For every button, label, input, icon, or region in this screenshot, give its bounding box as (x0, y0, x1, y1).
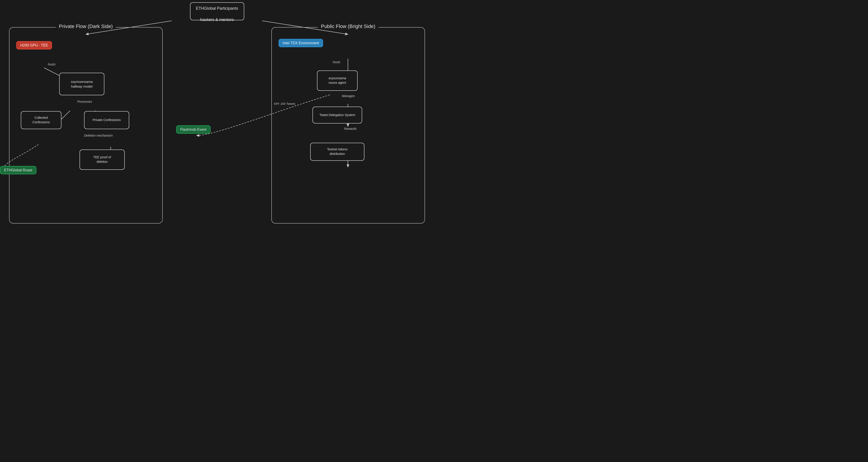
tee-label: TEE proof of deletion (93, 155, 111, 164)
ethglobal-roast-label: ETHGlobal Roast (0, 166, 36, 174)
collected-node: Collected Confessions (21, 111, 61, 129)
deletion-label: Deletion mechanism (84, 134, 113, 137)
tweet-node: Tweet Delegation System (312, 107, 362, 124)
agent-node: sxysunsama nouns agent (317, 70, 358, 91)
top-node-text: ETHGlobal Participants hackers & mentors (196, 0, 238, 23)
ethglobal-roast-node: ETHGlobal Roast (0, 168, 36, 172)
tweet-label: Tweet Delegation System (319, 113, 355, 118)
hosts-label-private: hosts (48, 63, 55, 66)
manages-label: Manages (342, 94, 355, 98)
hosts-label-public: hosts (333, 60, 340, 64)
top-node: ETHGlobal Participants hackers & mentors (190, 2, 244, 20)
processes-label: Processes (77, 100, 92, 103)
intel-node: Intel TDX Environment (279, 41, 323, 45)
private-flow-title: Private Flow (Dark Side) (56, 24, 116, 29)
model-label: sxymoonsama hallway model (71, 79, 93, 89)
top-line2: hackers & mentors (200, 18, 234, 22)
private-confessions-label: Private Confessions (93, 118, 121, 122)
testnet-node: Testnet tokens distribution (310, 143, 364, 161)
flashmob-node: Flashmob Event (176, 128, 211, 132)
agent-label: sxysunsama nouns agent (329, 76, 346, 85)
tee-node: TEE proof of deletion (80, 150, 125, 170)
collected-label: Collected Confessions (32, 116, 50, 124)
private-confessions-node: Private Confessions (84, 111, 129, 129)
private-flow-box: Private Flow (Dark Side) H200 GPU - TEE … (9, 27, 163, 224)
model-node: sxymoonsama hallway model (59, 73, 104, 95)
rewards-label: Rewards (344, 127, 356, 131)
top-line1: ETHGlobal Participants (196, 6, 238, 11)
flashmob-label: Flashmob Event (176, 125, 211, 134)
h200-node: H200 GPU - TEE (16, 43, 52, 47)
kpi-label: KPI: 100 Tweets (274, 102, 295, 105)
intel-label: Intel TDX Environment (279, 39, 323, 47)
public-flow-title: Public Flow (Bright Side) (318, 24, 379, 29)
testnet-label: Testnet tokens distribution (327, 147, 347, 156)
h200-label: H200 GPU - TEE (16, 41, 52, 50)
public-flow-box: Public Flow (Bright Side) Intel TDX Envi… (271, 27, 425, 224)
